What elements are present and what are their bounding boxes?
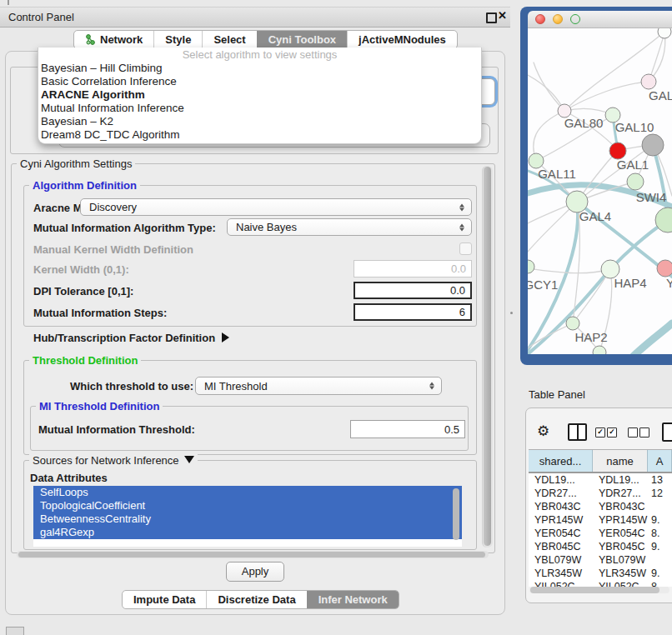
checked-checkbox-icon[interactable]: ✓ [595, 428, 605, 438]
network-node-label: GAL4 [579, 209, 611, 223]
tab-style[interactable]: Style [153, 31, 202, 48]
aracne-mode-value: Discovery [89, 201, 137, 213]
tab-label: Cyni Toolbox [268, 31, 336, 48]
network-edge [634, 323, 672, 354]
column-header-name[interactable]: name [593, 450, 648, 472]
table-panel-title: Table Panel [529, 388, 585, 401]
table-row[interactable]: YBR045CYBR045C9. [529, 540, 672, 553]
table-cell: YER054C [529, 527, 593, 540]
table-cell: 8. [648, 527, 672, 540]
updown-arrows-icon [459, 203, 464, 211]
mi-steps-field[interactable]: 6 [354, 303, 472, 321]
network-node[interactable] [566, 317, 579, 330]
algorithm-option-aracne-algorithm[interactable]: ARACNE Algorithm [38, 88, 481, 102]
network-node[interactable] [642, 134, 664, 156]
mi-algorithm-type-value: Naive Bayes [236, 221, 297, 233]
table-cell: YBR045C [529, 540, 593, 553]
network-node-label: Y [666, 276, 672, 290]
apply-button[interactable]: Apply [226, 562, 284, 582]
table-cell: 12 [648, 487, 672, 500]
table-row[interactable]: YDL19...YDL19...13 [529, 473, 672, 487]
table-horizontal-scrollbar[interactable] [529, 587, 669, 593]
tab-discretize-data[interactable]: Discretize Data [206, 591, 306, 608]
gear-icon[interactable]: ⚙ [537, 422, 549, 439]
splitpane-handle[interactable] [510, 312, 513, 314]
network-node-label: GAL [649, 88, 672, 102]
manual-kernel-width-checkbox[interactable] [459, 242, 472, 255]
kernel-width-field[interactable]: 0.0 [354, 260, 472, 278]
manual-kernel-width-label: Manual Kernel Width Definition [33, 243, 193, 256]
close-icon[interactable]: ✕ [498, 9, 507, 22]
network-node-label: GAL11 [538, 167, 576, 181]
network-node[interactable] [657, 260, 672, 277]
network-view-canvas[interactable]: GAL80GAL10GALGAL1GAL11SWI4GAL4GCY1HAP4YH… [528, 28, 672, 354]
sources-label-wrap[interactable]: Sources for Network Inference [29, 454, 198, 467]
tab-infer-network[interactable]: Infer Network [307, 591, 399, 608]
table-row[interactable]: YBR043CYBR043C [529, 500, 672, 513]
settings-vertical-scrollbar[interactable] [482, 166, 493, 548]
table-row[interactable]: YIL052CYIL052C8 [529, 580, 672, 587]
algorithm-option-basic-correlation-inference[interactable]: Basic Correlation Inference [38, 75, 481, 88]
tab-network[interactable]: Network [74, 31, 153, 48]
algorithm-option-bayesian-hill-climbing[interactable]: Bayesian – Hill Climbing [38, 62, 481, 75]
tab-select[interactable]: Select [202, 31, 256, 48]
network-node-label: GAL10 [615, 120, 654, 134]
table-cell: YDR27... [593, 487, 648, 500]
close-traffic-light-icon[interactable] [535, 14, 545, 24]
network-node[interactable] [593, 346, 606, 354]
zoom-traffic-light-icon[interactable] [570, 14, 580, 24]
table-row[interactable]: YLR345WYLR345W9. [529, 567, 672, 580]
hub-factor-section-toggle[interactable]: Hub/Transcription Factor Definition [33, 332, 229, 344]
attributes-list-scrollbar[interactable] [453, 488, 459, 540]
columns-icon[interactable] [568, 423, 587, 441]
mi-algorithm-type-combobox[interactable]: Naive Bayes [227, 218, 472, 236]
checked-checkbox-icon[interactable]: ✓ [607, 428, 617, 438]
column-header-shared[interactable]: shared... [529, 450, 593, 472]
network-icon [85, 34, 96, 45]
tab-label: Select [213, 31, 245, 48]
minimize-traffic-light-icon[interactable] [553, 14, 563, 24]
dpi-tolerance-field[interactable]: 0.0 [354, 282, 472, 299]
table-cell: YER054C [593, 527, 648, 540]
unchecked-checkbox-icon[interactable] [628, 428, 638, 438]
table-cell: YBR043C [593, 500, 648, 513]
file-icon[interactable] [662, 422, 672, 442]
table-row[interactable]: YBL079WYBL079W [529, 553, 672, 567]
network-node-label: HAP2 [574, 330, 607, 344]
table-row[interactable]: YER054CYER054C8. [529, 527, 672, 540]
tab-label: jActiveMNodules [359, 31, 446, 48]
network-node[interactable] [627, 173, 644, 190]
network-node-label: GAL1 [617, 158, 649, 172]
network-node[interactable] [609, 142, 626, 159]
table-cell: YBR043C [529, 500, 593, 513]
table-row[interactable]: YPR145WYPR145W9. [529, 513, 672, 527]
attribute-item-betweennesscentrality[interactable]: BetweennessCentrality [33, 512, 462, 526]
network-node[interactable] [528, 260, 534, 273]
which-threshold-combobox[interactable]: MI Threshold [195, 377, 442, 395]
unchecked-checkbox-icon[interactable] [639, 428, 649, 438]
network-window-titlebar[interactable] [528, 11, 672, 28]
tab-impute-data[interactable]: Impute Data [123, 591, 206, 608]
algorithm-option-dream8-dc-tdc-algorithm[interactable]: Dream8 DC_TDC Algorithm [38, 128, 481, 142]
algorithm-option-bayesian-k2[interactable]: Bayesian – K2 [38, 115, 481, 128]
table-row[interactable]: YDR27...YDR27...12 [529, 487, 672, 500]
table-cell [648, 553, 672, 567]
table-cell: YPR145W [529, 513, 593, 527]
tab-cyni-toolbox[interactable]: Cyni Toolbox [257, 31, 347, 48]
attribute-item-selfloops[interactable]: SelfLoops [33, 486, 462, 499]
algorithm-option-mutual-information-inference[interactable]: Mutual Information Inference [38, 102, 481, 115]
network-node[interactable] [641, 74, 656, 89]
dpi-tolerance-value: 0.0 [450, 284, 465, 297]
settings-horizontal-scrollbar[interactable] [17, 551, 489, 558]
node-table: shared...nameA YDL19...YDL19...13YDR27..… [529, 449, 672, 587]
table-cell: YLR345W [529, 567, 593, 580]
float-window-icon[interactable] [486, 12, 497, 23]
network-node[interactable] [658, 28, 671, 38]
mi-threshold-field[interactable]: 0.5 [350, 420, 465, 438]
collapsed-panel-icon[interactable] [6, 627, 24, 635]
aracne-mode-combobox[interactable]: Discovery [80, 198, 472, 216]
column-header-a[interactable]: A [648, 450, 672, 472]
attribute-item-topologicalcoefficient[interactable]: TopologicalCoefficient [33, 499, 462, 512]
attribute-item-gal4rgexp[interactable]: gal4RGexp [33, 526, 462, 539]
tab-jactivemnodules[interactable]: jActiveMNodules [347, 31, 457, 48]
